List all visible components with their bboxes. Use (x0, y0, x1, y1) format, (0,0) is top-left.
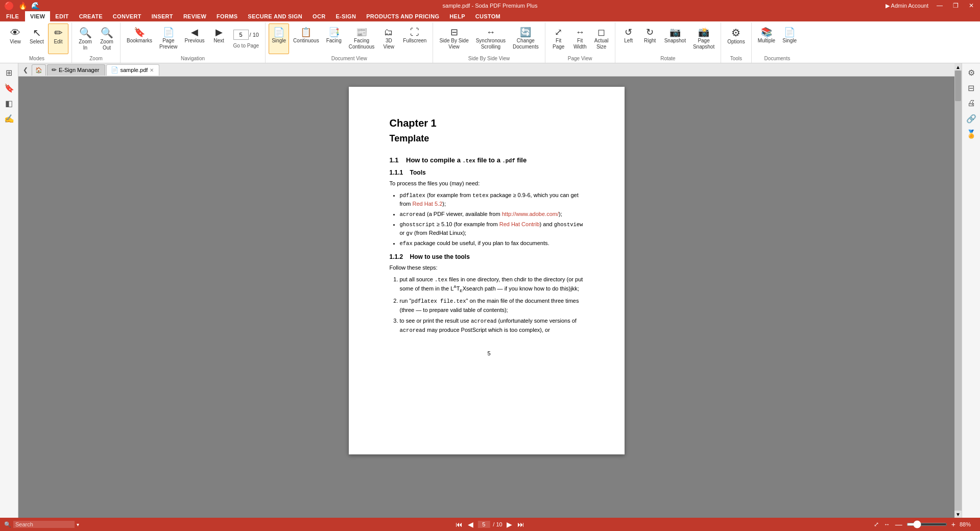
tab-edit[interactable]: EDIT (50, 11, 74, 21)
first-page-button[interactable]: ⏮ (455, 520, 464, 528)
link-panel-button[interactable]: 🔗 (964, 111, 978, 126)
select-button[interactable]: ↖ Select (27, 23, 47, 54)
tab-ocr[interactable]: OCR (307, 11, 330, 21)
scroll-thumb[interactable] (955, 70, 961, 101)
goto-page-input[interactable] (233, 30, 249, 40)
tabs-nav-button[interactable]: ❮ (20, 65, 31, 75)
doc-single-button[interactable]: 📄 Single (779, 23, 800, 54)
maximize-button[interactable]: ❐ (951, 2, 961, 9)
tab-secure-sign[interactable]: SECURE AND SIGN (243, 11, 307, 21)
prev-page-button[interactable]: ◀ (467, 520, 474, 528)
sample-pdf-tab[interactable]: 📄 sample.pdf ✕ (106, 64, 160, 76)
multiple-icon: 📚 (761, 28, 772, 37)
zoom-in-button[interactable]: 🔍 Zoom In (75, 23, 95, 54)
facing-button[interactable]: 📑 Facing (323, 23, 345, 54)
ribbon-group-documents: 📚 Multiple 📄 Single Documents (752, 22, 803, 63)
fit-width-button[interactable]: ↔ Fit Width (570, 23, 590, 54)
change-docs-button[interactable]: 🔄 Change Documents (510, 23, 542, 54)
admin-account[interactable]: ▶ Admin Account (886, 3, 928, 9)
zoom-in-status-button[interactable]: + (950, 520, 957, 528)
search-area: 🔍 ▾ (4, 521, 868, 528)
fit-width-status-button[interactable]: ↔ (883, 521, 891, 528)
tab-custom[interactable]: CUSTOM (470, 11, 506, 21)
tab-file[interactable]: FILE (0, 11, 25, 21)
scroll-up-button[interactable]: ▲ (954, 63, 962, 70)
tab-forms[interactable]: FORMS (211, 11, 243, 21)
tab-insert[interactable]: INSERT (147, 11, 178, 21)
last-page-button[interactable]: ⏭ (516, 520, 525, 528)
page-snapshot-button[interactable]: 📸 Page Snapshot (690, 23, 718, 54)
ribbon-group-sidebyside: ⊟ Side By Side View ↔ Synchronous Scroll… (433, 22, 545, 63)
close-button[interactable]: ✕ (967, 2, 976, 9)
ribbon-group-navigation: 🔖 Bookmarks 📄 Page Preview ◀ Previous ▶ … (121, 22, 266, 63)
signatures-button[interactable]: ✍ (2, 111, 16, 126)
next-label: Next (213, 38, 224, 44)
badge-panel-button[interactable]: 🏅 (964, 127, 978, 141)
previous-button[interactable]: ◀ Previous (182, 23, 208, 54)
page-preview-button[interactable]: 📄 Page Preview (156, 23, 181, 54)
home-tab[interactable]: 🏠 (32, 64, 46, 76)
sample-tab-close[interactable]: ✕ (150, 67, 154, 73)
fit-page-button[interactable]: ⤢ Fit Page (548, 23, 569, 54)
fit-page-status-button[interactable]: ⤢ (873, 521, 880, 528)
tab-esign[interactable]: E-SIGN (330, 11, 361, 21)
zoom-out-status-button[interactable]: — (894, 520, 903, 528)
thumbnails-button[interactable]: ⊞ (2, 65, 16, 80)
tab-help[interactable]: HELP (444, 11, 470, 21)
next-page-button[interactable]: ▶ (506, 520, 513, 528)
scroll-track[interactable]: ▲ ▼ (954, 63, 962, 518)
esign-tab-icon: ✏ (52, 66, 57, 74)
change-docs-label: Change Documents (513, 38, 539, 50)
list-item: acroread (a PDF viewer, available from h… (400, 210, 589, 219)
fullscreen-label: Fullscreen (403, 38, 426, 44)
edit-button[interactable]: ✏ Edit (48, 23, 68, 54)
properties-panel-button[interactable]: ⚙ (964, 65, 978, 80)
view-button[interactable]: 👁 View (5, 23, 26, 54)
snapshot-button[interactable]: 📷 Snapshot (661, 23, 689, 54)
zoom-out-button[interactable]: 🔍 Zoom Out (97, 23, 117, 54)
right-sidebar: ⚙ ⊟ 🖨 🔗 🏅 (962, 63, 980, 518)
tab-review[interactable]: REVIEW (178, 11, 211, 21)
page-snapshot-icon: 📸 (698, 28, 709, 37)
current-page-input[interactable] (477, 521, 490, 528)
page-snapshot-label: Page Snapshot (693, 38, 714, 50)
actual-size-button[interactable]: ◻ Actual Size (591, 23, 612, 54)
rotate-left-label: Left (624, 38, 633, 44)
list-item: to see or print the result use acroread … (400, 317, 589, 335)
tab-view[interactable]: VIEW (25, 11, 50, 21)
minimize-button[interactable]: — (935, 2, 945, 9)
rotate-left-button[interactable]: ↺ Left (618, 23, 639, 54)
list-item: ghostscript ≥ 5.10 (for example from Red… (400, 220, 589, 238)
fit-page-icon: ⤢ (555, 28, 562, 37)
tab-convert[interactable]: CONVERT (108, 11, 147, 21)
compare-panel-button[interactable]: ⊟ (964, 81, 978, 95)
rotate-right-button[interactable]: ↻ Right (640, 23, 660, 54)
goto-separator: / 10 (250, 32, 259, 38)
next-button[interactable]: ▶ Next (209, 23, 229, 54)
synchronous-icon: ↔ (486, 28, 495, 37)
print-panel-button[interactable]: 🖨 (964, 96, 978, 110)
pdf-viewer[interactable]: Chapter 1 Template 1.1 How to compile a … (18, 77, 954, 518)
options-button[interactable]: ⚙ Options (724, 23, 748, 54)
search-dropdown-icon[interactable]: ▾ (77, 522, 79, 527)
synchronous-button[interactable]: ↔ Synchronous Scrolling (473, 23, 509, 54)
fit-width-icon: ↔ (576, 28, 585, 37)
fullscreen-button[interactable]: ⛶ Fullscreen (400, 23, 429, 54)
bookmarks-panel-button[interactable]: 🔖 (2, 81, 16, 95)
facing-label: Facing (326, 38, 342, 44)
multiple-button[interactable]: 📚 Multiple (755, 23, 778, 54)
bookmarks-button[interactable]: 🔖 Bookmarks (124, 23, 155, 54)
3d-view-button[interactable]: 🗂 3D View (378, 23, 399, 54)
zoom-slider[interactable] (906, 523, 947, 526)
esign-manager-tab[interactable]: ✏ E-Sign Manager (47, 64, 105, 76)
search-input[interactable] (13, 521, 75, 528)
side-by-side-button[interactable]: ⊟ Side By Side View (436, 23, 471, 54)
continuous-button[interactable]: 📋 Continuous (290, 23, 322, 54)
tab-products[interactable]: PRODUCTS AND PRICING (361, 11, 444, 21)
single-label: Single (272, 38, 286, 44)
layers-button[interactable]: ◧ (2, 96, 16, 110)
facing-continuous-button[interactable]: 📰 Facing Continuous (346, 23, 378, 54)
scroll-down-button[interactable]: ▼ (954, 511, 962, 518)
tab-create[interactable]: CREATE (74, 11, 108, 21)
single-button[interactable]: 📄 Single (269, 23, 289, 54)
